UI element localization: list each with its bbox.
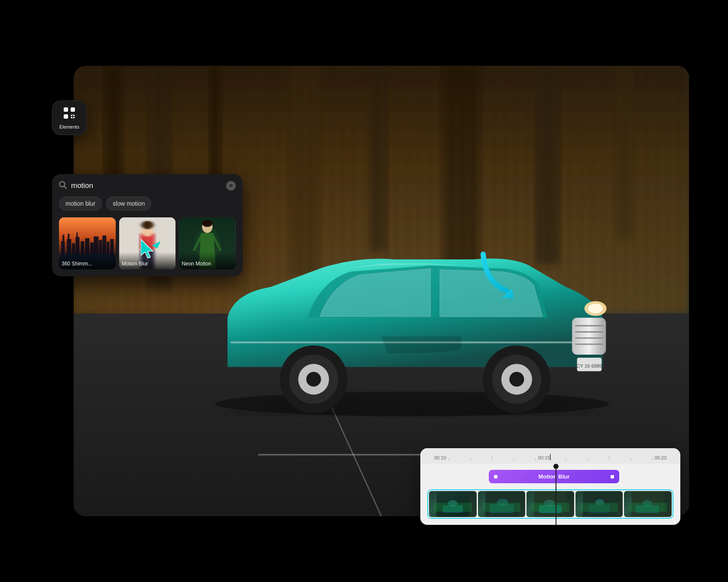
clear-search-button[interactable]: ✕ xyxy=(226,181,236,191)
effect-handle-right[interactable] xyxy=(611,475,614,479)
svg-rect-90 xyxy=(588,504,610,513)
search-bar: motion ✕ xyxy=(59,181,236,191)
svg-rect-93 xyxy=(636,505,659,513)
timeline-panel: 00:10 00:15 00:20 xyxy=(420,448,680,525)
svg-marker-67 xyxy=(141,239,153,258)
svg-point-82 xyxy=(448,500,458,507)
svg-point-24 xyxy=(306,372,321,387)
svg-rect-29 xyxy=(64,107,68,112)
svg-point-18 xyxy=(588,304,603,314)
elements-icon xyxy=(62,106,76,123)
search-query[interactable]: motion xyxy=(71,181,222,190)
svg-point-57 xyxy=(141,221,153,230)
svg-rect-83 xyxy=(485,491,518,517)
effect-block-label: Motion Blur xyxy=(538,473,569,480)
result-item-2[interactable]: Neon Motion xyxy=(179,217,236,269)
svg-point-28 xyxy=(509,372,524,387)
svg-point-11 xyxy=(215,391,609,416)
effect-track: Motion Blur xyxy=(420,468,680,485)
svg-rect-89 xyxy=(583,491,615,517)
effect-handle-left[interactable] xyxy=(494,475,497,479)
svg-line-36 xyxy=(64,186,66,188)
classic-car: CY 16 6889 xyxy=(197,169,627,417)
video-frame-2 xyxy=(526,491,574,517)
scene-container: CY 16 6889 xyxy=(39,31,689,551)
playhead[interactable] xyxy=(556,464,556,525)
elements-label: Elements xyxy=(59,124,79,129)
video-frame-4 xyxy=(624,491,672,517)
video-frame-3 xyxy=(575,491,623,517)
svg-rect-31 xyxy=(64,114,68,119)
svg-point-94 xyxy=(643,500,653,507)
result-label-0: 360 Shimm... xyxy=(59,252,116,269)
svg-point-91 xyxy=(595,499,604,505)
svg-text:CY 16 6889: CY 16 6889 xyxy=(576,363,602,369)
svg-rect-92 xyxy=(632,491,664,517)
elements-panel[interactable]: Elements xyxy=(52,100,87,135)
search-icon xyxy=(59,181,67,191)
svg-rect-80 xyxy=(436,491,469,517)
teal-pointing-arrow xyxy=(472,248,524,306)
svg-rect-87 xyxy=(539,505,562,513)
result-item-0[interactable]: 360 Shimm... xyxy=(59,217,116,269)
suggestion-chip-1[interactable]: slow motion xyxy=(106,197,151,210)
svg-rect-12 xyxy=(572,318,606,355)
effect-block[interactable]: Motion Blur xyxy=(489,470,619,483)
svg-rect-81 xyxy=(442,505,463,513)
result-label-2: Neon Motion xyxy=(179,252,236,269)
timeline-body: Motion Blur xyxy=(420,464,680,525)
search-panel: motion ✕ motion blur slow motion xyxy=(52,174,243,276)
svg-point-88 xyxy=(544,500,555,506)
video-frame-1 xyxy=(478,491,526,517)
suggestion-chip-0[interactable]: motion blur xyxy=(59,197,102,210)
svg-point-63 xyxy=(202,220,213,227)
svg-point-85 xyxy=(497,499,508,506)
video-strip xyxy=(427,489,673,519)
video-track xyxy=(420,488,680,521)
svg-rect-84 xyxy=(489,504,514,513)
suggestions-row: motion blur slow motion xyxy=(59,197,236,210)
svg-rect-30 xyxy=(71,107,75,112)
svg-rect-86 xyxy=(534,491,566,517)
video-frame-0 xyxy=(429,491,477,517)
